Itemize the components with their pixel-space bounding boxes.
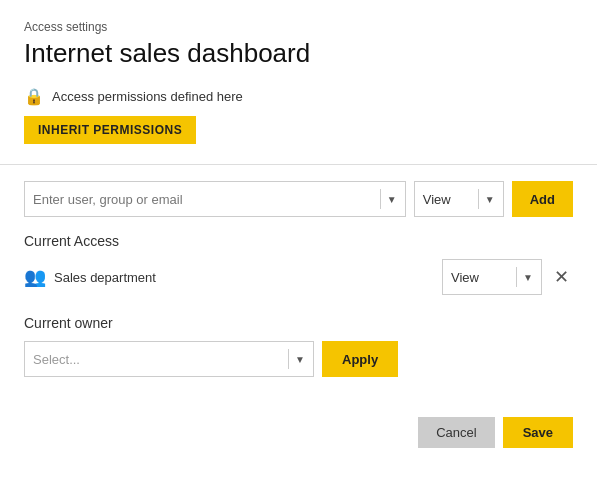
section-divider xyxy=(0,164,597,165)
user-input-wrapper: ▼ xyxy=(24,181,406,217)
add-user-row: ▼ View ▼ Add xyxy=(24,181,573,217)
add-button[interactable]: Add xyxy=(512,181,573,217)
page-title: Internet sales dashboard xyxy=(24,38,573,69)
access-group-name: Sales department xyxy=(54,270,434,285)
save-button[interactable]: Save xyxy=(503,417,573,448)
view-chevron-icon[interactable]: ▼ xyxy=(485,194,495,205)
view-select-label: View xyxy=(423,192,472,207)
view-divider xyxy=(478,189,479,209)
owner-divider xyxy=(288,349,289,369)
access-row: 👥 Sales department View ▼ ✕ xyxy=(24,259,573,295)
owner-row: Select... ▼ Apply xyxy=(24,341,573,377)
cancel-button[interactable]: Cancel xyxy=(418,417,494,448)
breadcrumb: Access settings xyxy=(24,20,573,34)
permissions-notice: 🔒 Access permissions defined here xyxy=(24,87,573,106)
owner-chevron-icon[interactable]: ▼ xyxy=(295,354,305,365)
access-view-label: View xyxy=(451,270,510,285)
access-view-wrapper[interactable]: View ▼ xyxy=(442,259,542,295)
apply-button[interactable]: Apply xyxy=(322,341,398,377)
access-view-divider xyxy=(516,267,517,287)
lock-icon: 🔒 xyxy=(24,87,44,106)
view-select-wrapper[interactable]: View ▼ xyxy=(414,181,504,217)
current-owner-heading: Current owner xyxy=(24,315,573,331)
current-access-heading: Current Access xyxy=(24,233,573,249)
inherit-permissions-button[interactable]: INHERIT PERMISSIONS xyxy=(24,116,196,144)
user-group-email-input[interactable] xyxy=(33,192,374,207)
footer-row: Cancel Save xyxy=(24,417,573,448)
owner-select-wrapper[interactable]: Select... ▼ xyxy=(24,341,314,377)
input-divider xyxy=(380,189,381,209)
group-icon: 👥 xyxy=(24,266,46,288)
access-view-chevron-icon[interactable]: ▼ xyxy=(523,272,533,283)
owner-select-label: Select... xyxy=(33,352,282,367)
chevron-down-icon[interactable]: ▼ xyxy=(387,194,397,205)
remove-access-button[interactable]: ✕ xyxy=(550,266,573,288)
